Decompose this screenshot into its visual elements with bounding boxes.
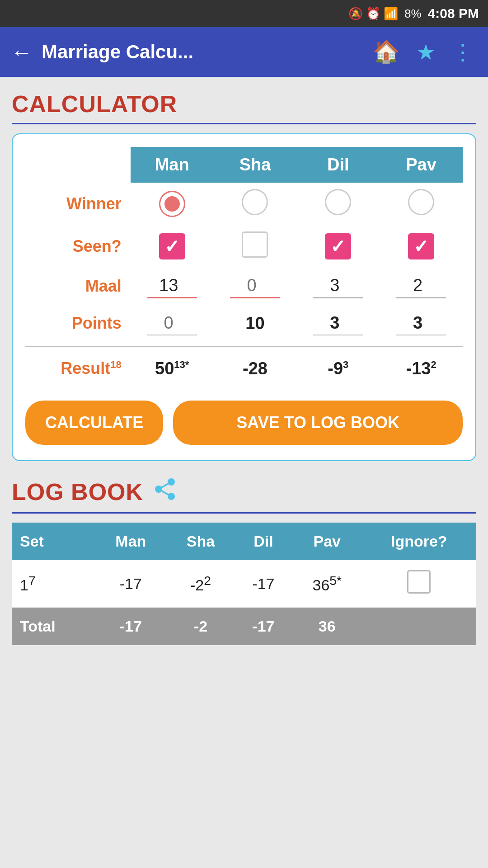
logbook-title: LOG BOOK: [12, 478, 143, 505]
result-man-cell: 5013*: [131, 350, 214, 387]
points-sha-value: 10: [245, 314, 264, 333]
seen-dil-cell[interactable]: [296, 225, 380, 268]
seen-checkbox-man[interactable]: [159, 233, 185, 259]
log-table-row: 17 -17 -22 -17 365*: [12, 560, 476, 608]
log-ignore-cell[interactable]: [362, 560, 476, 608]
log-ignore-checkbox[interactable]: [407, 570, 431, 594]
points-pav-input[interactable]: [396, 311, 446, 335]
log-col-sha: Sha: [167, 523, 235, 560]
maal-label: Maal: [25, 268, 131, 305]
col-dil: Dil: [296, 147, 380, 183]
maal-man-cell[interactable]: [131, 268, 214, 305]
maal-sha-input[interactable]: [230, 274, 280, 298]
seen-sha-cell[interactable]: [214, 225, 297, 268]
log-total-label: Total: [12, 608, 95, 646]
action-buttons: CALCULATE SAVE TO LOG BOOK: [25, 401, 463, 445]
log-table: Set Man Sha Dil Pav Ignore? 17 -17 -22 -…: [12, 523, 476, 645]
more-menu-icon[interactable]: ⋮: [448, 39, 477, 65]
calculator-divider: [12, 123, 476, 124]
result-pav-value: -132: [406, 359, 436, 378]
seen-row: Seen?: [25, 225, 463, 268]
points-man-cell[interactable]: [131, 305, 214, 342]
home-icon[interactable]: 🏠: [369, 39, 404, 65]
radio-inner-man: [164, 196, 180, 212]
calculator-table: Man Sha Dil Pav Winner: [25, 147, 463, 387]
maal-sha-cell[interactable]: [214, 268, 297, 305]
logbook-divider: [12, 512, 476, 514]
status-icons: 🔕 ⏰ 📶: [348, 7, 398, 21]
winner-label: Winner: [25, 183, 131, 225]
col-sha: Sha: [214, 147, 297, 183]
winner-man-cell[interactable]: [131, 183, 214, 225]
winner-sha-cell[interactable]: [214, 183, 297, 225]
maal-man-input[interactable]: [147, 274, 197, 298]
winner-dil-cell[interactable]: [296, 183, 380, 225]
points-label: Points: [25, 305, 131, 342]
back-button[interactable]: ←: [11, 40, 33, 65]
log-total-man: -17: [95, 608, 167, 646]
result-dil-value: -93: [328, 359, 348, 378]
seen-man-cell[interactable]: [131, 225, 214, 268]
app-title: Marriage Calcu...: [42, 41, 360, 63]
log-total-pav: 36: [292, 608, 362, 646]
winner-radio-sha[interactable]: [242, 189, 268, 215]
main-content: CALCULATOR Man Sha Dil Pav Winner: [0, 77, 488, 663]
log-man-value: -17: [95, 560, 167, 608]
points-row: Points 10: [25, 305, 463, 342]
seen-checkbox-sha[interactable]: [242, 231, 268, 258]
svg-line-3: [159, 482, 171, 489]
seen-checkbox-pav[interactable]: [408, 233, 434, 259]
result-man-value: 5013*: [155, 359, 189, 378]
result-row: Result18 5013* -28 -93 -132: [25, 350, 463, 387]
points-pav-cell[interactable]: [380, 305, 463, 342]
result-sha-value: -28: [243, 359, 267, 378]
log-total-sha: -2: [167, 608, 235, 646]
maal-dil-input[interactable]: [313, 274, 363, 298]
seen-pav-cell[interactable]: [380, 225, 463, 268]
svg-line-4: [159, 489, 171, 496]
result-label: Result18: [25, 350, 131, 387]
calculator-section-title: CALCULATOR: [12, 90, 476, 118]
save-to-logbook-button[interactable]: SAVE TO LOG BOOK: [173, 401, 463, 445]
winner-radio-man[interactable]: [159, 191, 185, 217]
seen-label: Seen?: [25, 225, 131, 268]
star-icon[interactable]: ★: [413, 39, 439, 65]
time-display: 4:08 PM: [428, 6, 479, 21]
log-sha-value: -22: [167, 560, 235, 608]
share-icon[interactable]: [153, 477, 177, 506]
log-col-dil: Dil: [235, 523, 292, 560]
seen-checkbox-dil[interactable]: [325, 233, 351, 259]
result-pav-cell: -132: [380, 350, 463, 387]
winner-radio-dil[interactable]: [325, 189, 351, 215]
points-man-input[interactable]: [147, 311, 197, 335]
calculate-button[interactable]: CALCULATE: [25, 401, 163, 445]
points-sha-cell: 10: [214, 305, 297, 342]
log-table-header-row: Set Man Sha Dil Pav Ignore?: [12, 523, 476, 560]
app-bar: ← Marriage Calcu... 🏠 ★ ⋮: [0, 27, 488, 77]
points-dil-cell[interactable]: [296, 305, 380, 342]
log-dil-value: -17: [235, 560, 292, 608]
maal-pav-input[interactable]: [396, 274, 446, 298]
logbook-header: LOG BOOK: [12, 477, 476, 506]
col-pav: Pav: [380, 147, 463, 183]
result-divider-row: [25, 342, 463, 350]
log-col-man: Man: [95, 523, 167, 560]
maal-row: Maal: [25, 268, 463, 305]
log-pav-value: 365*: [292, 560, 362, 608]
maal-dil-cell[interactable]: [296, 268, 380, 305]
log-total-ignore: [362, 608, 476, 646]
winner-radio-pav[interactable]: [408, 189, 434, 215]
log-col-pav: Pav: [292, 523, 362, 560]
col-man: Man: [131, 147, 214, 183]
log-col-ignore: Ignore?: [362, 523, 476, 560]
result-sup: 18: [110, 359, 121, 370]
status-bar: 🔕 ⏰ 📶 8% 4:08 PM: [0, 0, 488, 27]
result-dil-cell: -93: [296, 350, 380, 387]
log-total-dil: -17: [235, 608, 292, 646]
col-empty: [25, 147, 131, 183]
log-set-value: 17: [12, 560, 95, 608]
points-dil-input[interactable]: [313, 311, 363, 335]
result-sha-cell: -28: [214, 350, 297, 387]
maal-pav-cell[interactable]: [380, 268, 463, 305]
winner-pav-cell[interactable]: [380, 183, 463, 225]
